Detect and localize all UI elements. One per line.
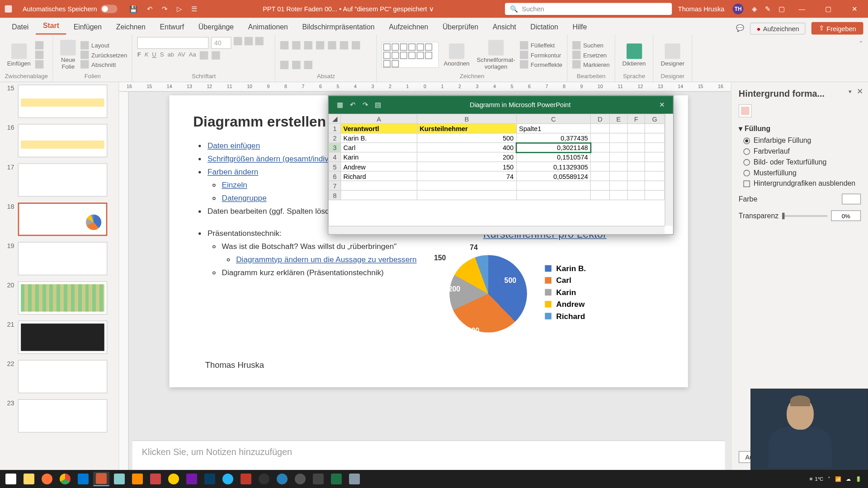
slide-thumb-19[interactable]	[18, 242, 108, 275]
excel-redo-icon[interactable]: ↷	[359, 101, 372, 109]
tab-dictation[interactable]: Dictation	[523, 19, 565, 34]
select-button[interactable]: Markieren	[572, 60, 609, 68]
share-button[interactable]: ⇪Freigeben	[811, 22, 863, 35]
excel-close-icon[interactable]: ✕	[656, 101, 669, 109]
cell-c5[interactable]: 0,11329305	[516, 162, 590, 171]
record-button[interactable]: ●Aufzeichnen	[750, 22, 806, 34]
shapes-gallery[interactable]	[382, 42, 439, 68]
shadow-button[interactable]: ab	[168, 51, 175, 59]
cell-c1[interactable]: Spalte1	[516, 124, 590, 133]
cell-a4[interactable]: Karin	[341, 152, 417, 162]
cell-c2[interactable]: 0,377435	[516, 133, 590, 143]
tb-settings[interactable]	[310, 472, 326, 486]
radio-solid-fill[interactable]: Einfarbige Füllung	[743, 136, 861, 145]
cut-button[interactable]	[35, 41, 43, 49]
col-header-e[interactable]: E	[609, 114, 627, 124]
search-box[interactable]: 🔍 Suchen	[505, 3, 672, 15]
font-size-select[interactable]: 40	[211, 37, 231, 49]
cell-a5[interactable]: Andrew	[341, 162, 417, 171]
tb-powerpoint[interactable]	[93, 472, 109, 486]
tb-app-8[interactable]	[292, 472, 308, 486]
bullet-1[interactable]: Daten einfügen	[208, 141, 260, 150]
col-header-g[interactable]: G	[645, 114, 665, 124]
tab-uebergaenge[interactable]: Übergänge	[191, 19, 241, 34]
slide-thumb-16[interactable]	[18, 124, 108, 157]
weather-widget[interactable]: ☀ 1°C	[809, 476, 823, 482]
tray-battery-icon[interactable]: 🔋	[855, 476, 862, 482]
col-header-a[interactable]: A	[341, 114, 417, 124]
redo-icon[interactable]: ↷	[162, 5, 167, 13]
cell-b2[interactable]: 500	[417, 133, 516, 143]
highlight-button[interactable]	[200, 51, 208, 59]
cell-c3[interactable]: 0,3021148	[516, 143, 590, 152]
excel-grid[interactable]: ◢ A B C D E F G 1 Verantwortl Kursteilne…	[329, 114, 665, 200]
pie-chart[interactable]: Kursteilnehmer pro Lektor 500 400 200 15…	[438, 228, 652, 340]
tb-app-4[interactable]	[202, 472, 218, 486]
tb-chrome[interactable]	[57, 472, 73, 486]
bullet-3a[interactable]: Einzeln	[222, 181, 247, 190]
bullet-3b[interactable]: Datengruppe	[222, 194, 267, 203]
cell-b4[interactable]: 200	[417, 152, 516, 162]
increase-font-icon[interactable]	[234, 37, 242, 45]
excel-undo-icon[interactable]: ↶	[346, 101, 359, 109]
cell-c6[interactable]: 0,05589124	[516, 171, 590, 181]
find-button[interactable]: Suchen	[572, 41, 609, 49]
decrease-font-icon[interactable]	[245, 37, 253, 45]
align-center-button[interactable]	[352, 41, 360, 49]
bold-button[interactable]: F	[137, 51, 141, 59]
shape-effects-button[interactable]: Formeffekte	[520, 60, 562, 68]
tab-hilfe[interactable]: Hilfe	[566, 19, 594, 34]
color-picker[interactable]	[842, 194, 861, 205]
pane-minimize-icon[interactable]: ▾	[849, 88, 852, 95]
pie-graphic[interactable]	[449, 255, 527, 332]
excel-save-icon[interactable]: ▦	[333, 101, 346, 109]
format-painter-button[interactable]	[35, 60, 43, 68]
increase-indent-button[interactable]	[316, 41, 324, 49]
user-avatar[interactable]: TH	[733, 4, 744, 14]
radio-picture-fill[interactable]: Bild- oder Texturfüllung	[743, 158, 861, 166]
cell-a3[interactable]: Carl	[341, 143, 417, 152]
decrease-indent-button[interactable]	[304, 41, 312, 49]
save-icon[interactable]: 💾	[129, 5, 137, 13]
slide-thumb-17[interactable]	[18, 163, 108, 197]
tab-aufzeichnen[interactable]: Aufzeichnen	[382, 19, 435, 34]
font-color-button[interactable]	[212, 51, 220, 59]
arrange-button[interactable]: Anordnen	[441, 42, 472, 68]
case-button[interactable]: Aa	[189, 51, 196, 59]
cell-b6[interactable]: 74	[417, 171, 516, 181]
line-spacing-button[interactable]	[328, 41, 336, 49]
comments-icon[interactable]: 💬	[736, 24, 744, 32]
cell-a1[interactable]: Verantwortl	[341, 124, 417, 133]
radio-gradient-fill[interactable]: Farbverlauf	[743, 147, 861, 155]
excel-scrollbar-v[interactable]	[665, 114, 673, 226]
author-name[interactable]: Thomas Hruska	[205, 360, 264, 369]
shape-fill-button[interactable]: Fülleffekt	[520, 41, 562, 49]
tb-app-3[interactable]	[165, 472, 182, 486]
cell-a2[interactable]: Karin B.	[341, 133, 417, 143]
diamond-icon[interactable]: ◈	[752, 5, 757, 13]
col-header-d[interactable]: D	[591, 114, 610, 124]
tab-ansicht[interactable]: Ansicht	[486, 19, 524, 34]
tray-network-icon[interactable]: 📶	[835, 476, 841, 482]
tb-app-2[interactable]	[147, 472, 164, 486]
tb-app-5[interactable]	[238, 472, 254, 486]
justify-button[interactable]	[292, 61, 301, 69]
new-slide-button[interactable]: Neue Folie	[58, 39, 78, 71]
start-button[interactable]	[3, 472, 19, 486]
align-left-button[interactable]	[340, 41, 348, 49]
slide-thumb-15[interactable]	[18, 84, 108, 118]
tab-animationen[interactable]: Animationen	[241, 19, 295, 34]
select-all-cell[interactable]: ◢	[329, 114, 340, 124]
tb-telegram[interactable]	[220, 472, 236, 486]
tb-outlook[interactable]	[75, 472, 91, 486]
tb-vlc[interactable]	[129, 472, 146, 486]
slide-thumb-21[interactable]	[18, 320, 108, 354]
bullet-3[interactable]: Farben ändern	[208, 168, 258, 177]
tb-app-1[interactable]	[111, 472, 127, 486]
font-family-select[interactable]	[137, 37, 209, 49]
tab-start[interactable]: Start	[36, 18, 66, 35]
strikethrough-button[interactable]: S	[160, 51, 164, 59]
align-right-button[interactable]	[280, 61, 288, 69]
radio-pattern-fill[interactable]: Musterfüllung	[743, 169, 861, 177]
slide-thumb-22[interactable]	[18, 360, 108, 393]
